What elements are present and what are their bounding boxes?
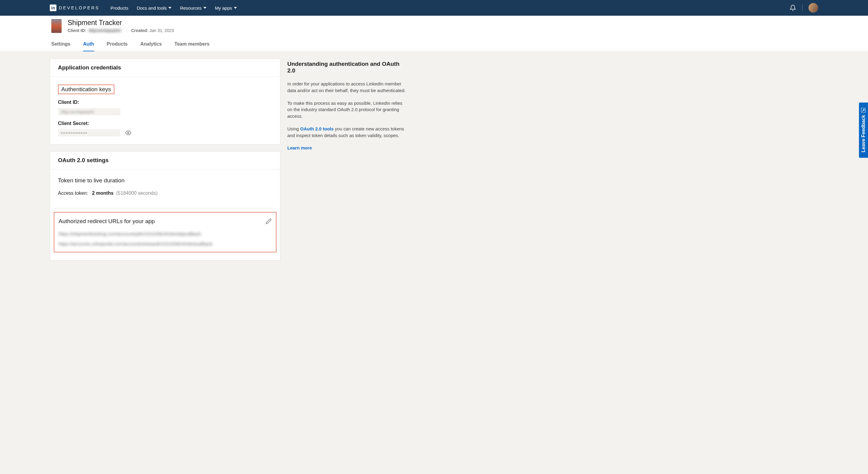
bell-icon[interactable]	[789, 4, 796, 11]
tab-auth[interactable]: Auth	[83, 41, 94, 51]
client-id-value: 86jzvwr4qqwp0n	[87, 28, 122, 33]
learn-more-link[interactable]: Learn more	[287, 145, 312, 150]
oauth-title: OAuth 2.0 settings	[50, 152, 280, 169]
credentials-card: Application credentials Authentication k…	[50, 59, 280, 144]
client-id-label: Client ID:	[58, 100, 272, 105]
tab-settings[interactable]: Settings	[51, 41, 70, 51]
tab-products[interactable]: Products	[107, 41, 128, 51]
info-p3: Using OAuth 2.0 tools you can create new…	[287, 126, 406, 139]
nav-docs[interactable]: Docs and tools	[137, 5, 172, 10]
client-secret-label: Client Secret:	[58, 121, 272, 126]
avatar[interactable]	[809, 3, 818, 13]
chevron-down-icon	[234, 7, 237, 9]
oauth-card: OAuth 2.0 settings Token time to live du…	[50, 152, 280, 260]
redirect-urls-section: Authorized redirect URLs for your app ht…	[54, 212, 276, 253]
nav-resources[interactable]: Resources	[180, 5, 207, 10]
app-title: Shipment Tracker	[68, 19, 174, 27]
logo-text: DEVELOPERS	[59, 5, 100, 10]
ttl-line: Access token: 2 months (5184000 seconds)	[58, 190, 272, 196]
tab-team[interactable]: Team members	[175, 41, 210, 51]
oauth-tools-link[interactable]: OAuth 2.0 tools	[300, 126, 334, 131]
nav-items: Products Docs and tools Resources My app…	[111, 5, 237, 10]
info-sidebar: Understanding authentication and OAuth 2…	[287, 59, 406, 260]
info-p2: To make this process as easy as possible…	[287, 100, 406, 120]
nav-myapps[interactable]: My apps	[215, 5, 237, 10]
info-p1: In order for your applications to access…	[287, 81, 406, 94]
redirect-url: https://shipmenttracking.com/accounts/pf…	[59, 231, 272, 236]
credentials-title: Application credentials	[50, 59, 280, 77]
client-id-field: 86jzvwr4qqwp0n	[58, 108, 120, 115]
main: Application credentials Authentication k…	[0, 52, 868, 267]
chevron-down-icon	[168, 7, 172, 9]
logo[interactable]: in DEVELOPERS	[50, 4, 100, 11]
pencil-icon[interactable]	[266, 218, 272, 224]
svg-point-0	[128, 132, 129, 134]
tabs: Settings Auth Products Analytics Team me…	[51, 41, 817, 51]
tab-analytics[interactable]: Analytics	[140, 41, 162, 51]
linkedin-icon: in	[50, 4, 56, 11]
external-icon: ↗	[861, 108, 866, 113]
divider	[802, 4, 803, 11]
feedback-button[interactable]: Leave Feedback ↗	[859, 102, 868, 158]
redirect-url: https://accounts.zohoportal.com/accounts…	[59, 241, 272, 246]
info-title: Understanding authentication and OAuth 2…	[287, 61, 406, 74]
eye-icon[interactable]	[125, 130, 131, 136]
chevron-down-icon	[204, 7, 207, 9]
app-header: Shipment Tracker Client ID: 86jzvwr4qqwp…	[0, 16, 868, 52]
ttl-title: Token time to live duration	[58, 177, 272, 184]
top-nav: in DEVELOPERS Products Docs and tools Re…	[0, 0, 868, 16]
nav-products[interactable]: Products	[111, 5, 128, 10]
client-secret-field: ••••••••••••••••	[58, 129, 120, 137]
redirect-title: Authorized redirect URLs for your app	[59, 218, 155, 225]
auth-keys-heading: Authentication keys	[58, 85, 114, 94]
app-icon	[51, 19, 62, 33]
